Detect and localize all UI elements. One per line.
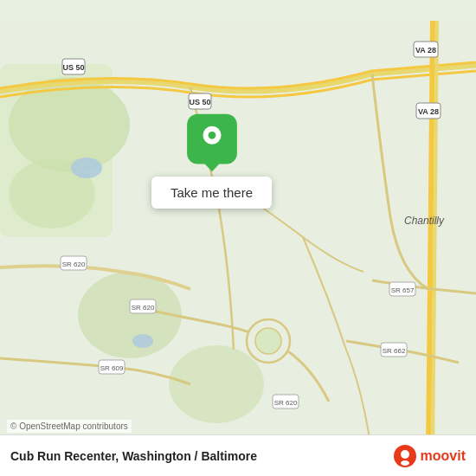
map-container: US 50 US 50 VA 28 VA 28 SR 620 SR 620 SR… xyxy=(0,0,476,476)
marker-group: Take me there xyxy=(151,113,272,209)
location-name-text: Cub Run Recenter xyxy=(10,449,115,463)
svg-text:Chantilly: Chantilly xyxy=(404,215,445,227)
svg-text:SR 657: SR 657 xyxy=(391,286,415,294)
svg-point-37 xyxy=(401,460,409,466)
svg-marker-32 xyxy=(200,159,222,171)
svg-text:SR 620: SR 620 xyxy=(132,304,155,312)
moovit-brand-text: moovit xyxy=(421,448,466,464)
location-info: Cub Run Recenter, Washington / Baltimore xyxy=(10,449,257,463)
svg-point-7 xyxy=(132,334,153,348)
svg-point-3 xyxy=(78,272,182,358)
map-background: US 50 US 50 VA 28 VA 28 SR 620 SR 620 SR… xyxy=(0,0,476,476)
svg-text:SR 620: SR 620 xyxy=(62,261,86,268)
location-pin xyxy=(182,113,242,173)
bottom-bar: Cub Run Recenter, Washington / Baltimore… xyxy=(0,434,476,476)
svg-point-9 xyxy=(255,328,281,354)
svg-text:VA 28: VA 28 xyxy=(418,107,439,116)
svg-point-4 xyxy=(169,345,264,423)
location-name: Cub Run Recenter, Washington / Baltimore xyxy=(10,449,257,463)
take-me-there-button[interactable]: Take me there xyxy=(151,177,272,209)
svg-text:VA 28: VA 28 xyxy=(415,46,436,55)
svg-point-34 xyxy=(208,132,215,139)
svg-text:SR 609: SR 609 xyxy=(100,364,124,372)
moovit-logo: moovit xyxy=(393,444,466,468)
svg-text:SR 662: SR 662 xyxy=(383,347,406,355)
svg-point-36 xyxy=(401,450,409,459)
moovit-pin-icon xyxy=(393,444,417,468)
svg-text:US 50: US 50 xyxy=(189,98,210,106)
svg-text:US 50: US 50 xyxy=(62,63,84,72)
location-region-text: Washington / Baltimore xyxy=(122,449,257,463)
copyright-text: © OpenStreetMap contributors xyxy=(7,420,132,433)
svg-point-6 xyxy=(71,158,102,178)
svg-text:SR 620: SR 620 xyxy=(274,399,298,407)
